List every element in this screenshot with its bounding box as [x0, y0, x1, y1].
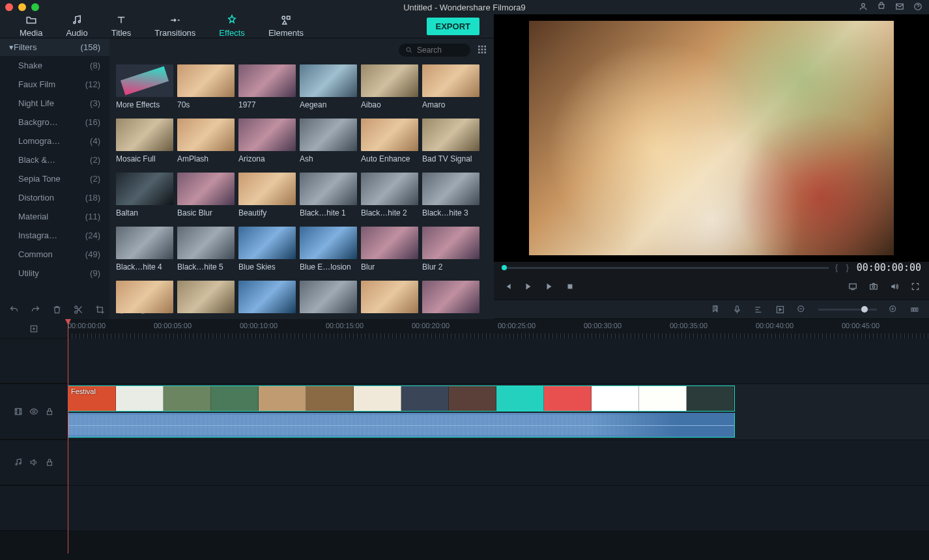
tab-titles[interactable]: Titles [100, 14, 143, 38]
marker-icon[interactable] [711, 305, 721, 315]
effect-item[interactable]: Auto Enhance [361, 119, 418, 163]
sidebar-item[interactable]: Utility9 [0, 264, 109, 283]
tab-transitions[interactable]: Transitions [143, 14, 207, 38]
account-icon[interactable] [859, 2, 868, 13]
zoom-handle[interactable] [861, 306, 868, 313]
timeline-ruler[interactable]: 00:00:00:0000:00:05:0000:00:10:0000:00:1… [68, 319, 929, 339]
split-icon[interactable] [74, 305, 83, 315]
prev-frame-icon[interactable] [503, 282, 512, 291]
tab-effects[interactable]: Effects [207, 14, 257, 42]
audio-track[interactable] [68, 440, 929, 485]
effect-item[interactable]: Blur [361, 227, 418, 272]
redo-icon[interactable] [31, 305, 40, 315]
effect-item[interactable]: Aegean [300, 64, 357, 109]
add-track-button[interactable] [0, 319, 68, 339]
sidebar-item[interactable]: Sepia Tone2 [0, 169, 109, 188]
effect-item[interactable]: Black…hite 4 [116, 227, 173, 272]
extra-track-head[interactable] [0, 486, 68, 531]
effect-item[interactable]: Amaro [422, 64, 479, 109]
effect-item[interactable] [361, 281, 418, 316]
audio-waveform[interactable] [68, 413, 735, 438]
help-icon[interactable] [913, 2, 922, 13]
effect-item[interactable]: Ash [300, 119, 357, 163]
effect-item[interactable] [116, 281, 173, 316]
overlay-track[interactable] [68, 339, 929, 384]
maximize-window-button[interactable] [31, 3, 39, 11]
sidebar-item[interactable]: Night Life3 [0, 94, 109, 113]
quality-icon[interactable] [848, 282, 857, 291]
effect-item[interactable]: Blue E…losion [300, 227, 357, 272]
effect-item[interactable]: Black…hite 3 [422, 173, 479, 217]
effect-item[interactable]: Beautify [238, 173, 296, 217]
record-voice-icon[interactable] [732, 305, 742, 315]
effect-item[interactable]: 70s [177, 64, 235, 109]
render-icon[interactable] [775, 305, 785, 315]
effect-item[interactable] [238, 281, 296, 316]
sidebar-item[interactable]: Material11 [0, 207, 109, 226]
search-box[interactable] [399, 44, 470, 57]
video-clip[interactable]: Festival [68, 385, 735, 412]
sidebar-item[interactable]: Lomogra…4 [0, 132, 109, 150]
effect-item[interactable]: Black…hite 1 [300, 173, 357, 217]
effect-item[interactable]: Blur 2 [422, 227, 479, 272]
effect-item[interactable]: Black…hite 5 [177, 227, 235, 272]
snapshot-icon[interactable] [869, 282, 878, 291]
sidebar-item[interactable]: Faux Film12 [0, 75, 109, 94]
effect-item[interactable]: Aibao [361, 64, 418, 109]
cart-icon[interactable] [877, 2, 886, 13]
view-grid-icon[interactable] [477, 44, 487, 57]
effect-item[interactable] [422, 281, 479, 316]
fullscreen-icon[interactable] [911, 282, 920, 291]
eye-icon[interactable] [29, 407, 38, 416]
play-pause-icon[interactable] [524, 282, 533, 291]
effect-item[interactable]: Black…hite 2 [361, 173, 418, 217]
effect-item[interactable]: Mosaic Full [116, 119, 173, 163]
preview-scrub-track[interactable] [502, 267, 829, 269]
effect-item[interactable]: Baltan [116, 173, 173, 217]
preview-canvas[interactable] [529, 21, 894, 255]
playhead[interactable] [68, 319, 68, 553]
sidebar-item[interactable]: Black &…2 [0, 150, 109, 169]
delete-icon[interactable] [52, 305, 62, 315]
zoom-out-icon[interactable] [797, 305, 807, 315]
sidebar-header-filters[interactable]: ▾Filters 158 [0, 38, 109, 56]
speaker-icon[interactable] [29, 458, 38, 467]
tab-elements[interactable]: Elements [257, 14, 315, 38]
crop-icon[interactable] [95, 305, 105, 315]
tab-media[interactable]: Media [8, 14, 54, 38]
message-icon[interactable] [895, 2, 904, 13]
sidebar-item[interactable]: Common49 [0, 245, 109, 264]
effect-item[interactable]: Bad TV Signal [422, 119, 479, 163]
effect-item[interactable] [300, 281, 357, 316]
undo-icon[interactable] [9, 305, 19, 315]
stop-icon[interactable] [565, 282, 575, 291]
close-window-button[interactable] [5, 3, 13, 11]
play-icon[interactable] [545, 282, 554, 291]
lock-icon[interactable] [45, 458, 54, 467]
zoom-fit-icon[interactable] [910, 305, 920, 315]
sidebar-item[interactable]: Shake8 [0, 56, 109, 75]
search-input[interactable] [417, 46, 463, 55]
tab-audio[interactable]: Audio [54, 14, 99, 38]
mixer-icon[interactable] [754, 305, 764, 315]
zoom-slider[interactable] [818, 309, 877, 311]
export-button[interactable]: EXPORT [427, 18, 479, 35]
overlay-track-head[interactable] [0, 339, 68, 384]
extra-track[interactable] [68, 486, 929, 531]
zoom-in-icon[interactable] [889, 305, 898, 315]
sidebar-item[interactable]: Backgro…16 [0, 113, 109, 132]
lock-icon[interactable] [45, 407, 54, 416]
effect-item[interactable] [177, 281, 235, 316]
video-track-head[interactable] [0, 384, 68, 440]
effect-item[interactable]: Basic Blur [177, 173, 235, 217]
effect-item[interactable]: Blue Skies [238, 227, 296, 272]
sidebar-item[interactable]: Instagra…24 [0, 226, 109, 245]
sidebar-item[interactable]: Distortion18 [0, 188, 109, 207]
effect-item[interactable]: More Effects [116, 64, 173, 109]
audio-track-head[interactable] [0, 440, 68, 485]
effect-item[interactable]: 1977 [238, 64, 296, 109]
video-track[interactable]: Festival [68, 384, 929, 440]
effect-item[interactable]: Arizona [238, 119, 296, 163]
volume-icon[interactable] [890, 282, 899, 291]
preview-scrub-handle[interactable] [502, 265, 507, 270]
